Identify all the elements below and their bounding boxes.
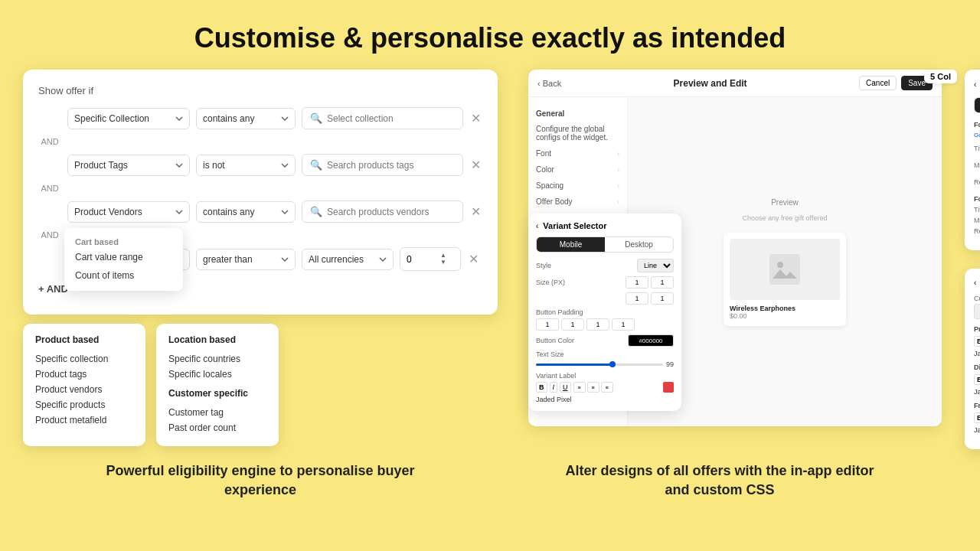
type-select-3[interactable]: Product Vendors xyxy=(67,201,190,223)
nav-offer-body[interactable]: Offer Body› xyxy=(528,194,627,210)
right-description: Alter designs of all offers with the in-… xyxy=(559,461,880,500)
remove-btn-4[interactable]: ✕ xyxy=(467,252,480,267)
product-tags-item[interactable]: Product tags xyxy=(35,367,133,382)
search-input-1[interactable] xyxy=(327,113,455,124)
align-left[interactable]: ≡ xyxy=(573,382,586,393)
size-input-4[interactable] xyxy=(651,292,674,305)
discount-bold[interactable]: B xyxy=(974,374,980,385)
variant-mobile-tab[interactable]: Mobile xyxy=(537,237,605,252)
specific-locales-item[interactable]: Specific locales xyxy=(168,367,266,382)
price-bold[interactable]: B xyxy=(974,336,980,347)
preview-header: ‹ Back Preview and Edit Cancel Save xyxy=(528,70,942,97)
col-5-badge: 5 Col xyxy=(924,70,957,83)
value-input[interactable] xyxy=(407,254,437,265)
align-right[interactable]: ≡ xyxy=(601,382,613,393)
product-metafield-item[interactable]: Product metafield xyxy=(35,412,133,428)
product-based-menu: Product based Specific collection Produc… xyxy=(23,324,145,446)
style-row: Style Line xyxy=(536,259,674,272)
header-actions: Cancel Save xyxy=(859,76,933,90)
nav-color[interactable]: Color› xyxy=(528,161,627,178)
slider-value: 99 xyxy=(666,360,674,368)
back-icon-currency: ‹ xyxy=(974,279,976,287)
specific-countries-item[interactable]: Specific countries xyxy=(168,351,266,367)
free-text: Jaded Pixel xyxy=(974,426,980,434)
operator-select-2[interactable]: is not xyxy=(196,155,296,176)
count-of-items-item[interactable]: Count of items xyxy=(64,266,183,285)
italic-btn[interactable]: I xyxy=(550,382,558,393)
text-color-swatch[interactable] xyxy=(663,382,674,393)
size-label: Size (PX) xyxy=(536,279,565,286)
nav-font[interactable]: Font› xyxy=(528,145,627,161)
free-label-title: Free Label xyxy=(974,402,980,409)
search-icon-2: 🔍 xyxy=(310,159,322,171)
product-vendors-item[interactable]: Product vendors xyxy=(35,382,133,397)
padding-4[interactable] xyxy=(612,318,635,331)
size-inputs xyxy=(626,276,674,289)
remove-btn-1[interactable]: ✕ xyxy=(469,111,482,126)
align-center[interactable]: ≡ xyxy=(587,382,599,393)
customer-tag-item[interactable]: Customer tag xyxy=(168,405,266,420)
type-select-1[interactable]: Specific Collection xyxy=(67,108,190,129)
padding-1[interactable] xyxy=(536,318,559,331)
specific-collection-item[interactable]: Specific collection xyxy=(35,351,133,367)
operator-select-3[interactable]: contains any xyxy=(196,201,296,223)
spinner-up[interactable]: ▲ xyxy=(440,253,446,259)
operator-select-1[interactable]: contains any xyxy=(196,108,296,129)
variant-selector-panel: ‹ Variant Selector Mobile Desktop Style … xyxy=(528,214,681,411)
remove-btn-2[interactable]: ✕ xyxy=(469,158,482,173)
font-rewards-row: Rewards Line vertical s xyxy=(974,175,980,189)
operator-select-4[interactable]: greater than xyxy=(196,249,296,270)
nav-configure[interactable]: Configure the global configs of the widg… xyxy=(528,121,627,145)
nav-spacing[interactable]: Spacing› xyxy=(528,178,627,194)
padding-2[interactable] xyxy=(561,318,584,331)
font-size-milestone-label: Milestone xyxy=(974,217,980,224)
padding-3[interactable] xyxy=(586,318,609,331)
location-customer-menu: Location based Specific countries Specif… xyxy=(156,324,279,446)
cart-dropdown: Cart based Cart value range Count of ite… xyxy=(64,228,183,291)
slider-thumb[interactable] xyxy=(609,361,616,367)
remove-btn-3[interactable]: ✕ xyxy=(469,204,482,220)
cancel-button[interactable]: Cancel xyxy=(859,76,897,90)
currency-select[interactable]: All currencies xyxy=(302,249,394,270)
color-preview[interactable]: #000000 xyxy=(628,334,674,347)
past-order-count-item[interactable]: Past order count xyxy=(168,420,266,435)
back-button[interactable]: ‹ Back xyxy=(537,79,561,88)
back-icon-variant: ‹ xyxy=(536,222,538,230)
cart-value-range-item[interactable]: Cart value range xyxy=(64,248,183,266)
style-select[interactable]: Line xyxy=(637,259,674,272)
floating-menus: Product based Specific collection Produc… xyxy=(23,324,513,446)
variant-selector-header: ‹ Variant Selector xyxy=(536,221,674,230)
underline-btn[interactable]: U xyxy=(560,382,571,393)
font-milestone-row: Milestone Line vertical s xyxy=(974,158,980,172)
text-size-row: Text Size 99 xyxy=(536,350,674,368)
size-input-3[interactable] xyxy=(626,292,648,305)
size-input-1[interactable] xyxy=(626,276,648,289)
variant-desktop-tab[interactable]: Desktop xyxy=(605,237,673,252)
discount-text: Jaded Pixel xyxy=(974,388,980,396)
slider-track[interactable] xyxy=(536,364,663,366)
number-input: ▲ ▼ xyxy=(400,247,461,271)
bold-btn[interactable]: B xyxy=(536,382,547,393)
right-section: ‹ Back Preview and Edit Cancel Save Gene… xyxy=(528,70,957,426)
type-select-2[interactable]: Product Tags xyxy=(67,155,190,176)
font-section-title: Font xyxy=(974,121,980,129)
text-size-slider: 99 xyxy=(536,360,674,368)
search-input-3[interactable] xyxy=(327,207,455,217)
product-name: Wireless Earphones xyxy=(730,305,840,312)
preview-label: Preview xyxy=(771,198,799,207)
currency-field-select[interactable]: $ Dollar xyxy=(974,304,980,319)
price-rich-text: B I U ≡ ≡ ≡ xyxy=(974,336,980,347)
free-label-section: Free Label B I U ≡ ≡ ≡ Jaded Pixel xyxy=(974,402,980,434)
free-bold[interactable]: B xyxy=(974,412,980,423)
size-inputs-2 xyxy=(626,292,674,305)
font-size-rewards-row: Rewards 99 xyxy=(974,227,980,235)
search-input-2[interactable] xyxy=(327,160,455,171)
conditions-panel: Show offer if Specific Collection contai… xyxy=(23,70,498,315)
text-align-btns: ≡ ≡ ≡ xyxy=(573,382,613,393)
size-input-2[interactable] xyxy=(651,276,674,289)
font-mobile-tab[interactable]: Mobile xyxy=(975,98,980,112)
color-label: Button Color xyxy=(536,337,574,344)
specific-products-item[interactable]: Specific products xyxy=(35,397,133,412)
sync-now-link[interactable]: Got new font? Sync Now xyxy=(974,132,980,139)
spinner-down[interactable]: ▼ xyxy=(440,259,446,266)
